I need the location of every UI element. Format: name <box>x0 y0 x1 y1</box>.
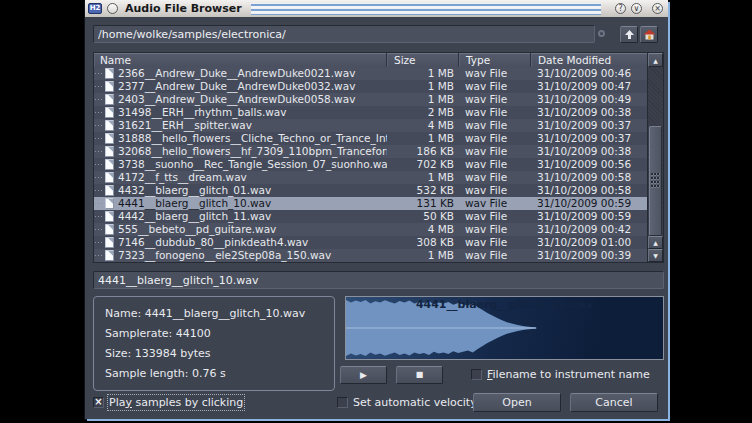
up-directory-button[interactable] <box>620 26 638 43</box>
stop-icon: ■ <box>416 371 424 379</box>
file-name: 4442__blaerg__glitch_11.wav <box>118 210 271 223</box>
file-size-cell: 1 MB <box>387 80 459 93</box>
table-row[interactable]: 4442__blaerg__glitch_11.wav 50 KB wav Fi… <box>94 210 647 223</box>
table-row[interactable]: 31498__ERH__rhythm_balls.wav 2 MB wav Fi… <box>94 106 647 119</box>
file-name-cell: 31888__hello_flowers__Cliche_Techno_or_T… <box>94 132 387 145</box>
checkbox-box[interactable] <box>337 397 348 408</box>
file-icon <box>105 185 114 196</box>
table-row[interactable]: 4441__blaerg__glitch_10.wav 131 KB wav F… <box>94 197 647 210</box>
help-button[interactable]: ? <box>615 3 626 14</box>
file-size-cell: 308 KB <box>387 236 459 249</box>
info-samplerate: Samplerate: 44100 <box>105 327 323 340</box>
file-icon <box>105 120 114 131</box>
scroll-down-button[interactable]: ▼ <box>648 249 663 262</box>
file-name-cell: 2403__Andrew_Duke__AndrewDuke0058.wav <box>94 93 387 106</box>
checkbox-box[interactable] <box>471 369 482 380</box>
cancel-button[interactable]: Cancel <box>570 393 658 412</box>
table-row[interactable]: 7146__dubdub_80__pinkdeath4.wav 308 KB w… <box>94 236 647 249</box>
file-icon <box>105 237 114 248</box>
file-size-cell: 702 KB <box>387 158 459 171</box>
table-row[interactable]: 7323__fonogeno__ele2Step08a_150.wav 1 MB… <box>94 249 647 262</box>
file-name: 7146__dubdub_80__pinkdeath4.wav <box>118 236 308 249</box>
file-date-cell: 31/10/2009 00:58 <box>531 171 647 184</box>
file-name: 31621__ERH__spitter.wav <box>118 119 252 132</box>
table-row[interactable]: 4432__blaerg__glitch_01.wav 532 KB wav F… <box>94 184 647 197</box>
file-name: 4432__blaerg__glitch_01.wav <box>118 184 271 197</box>
table-row[interactable]: 4172__f_tts__dream.wav 1 MB wav File 31/… <box>94 171 647 184</box>
file-type-cell: wav File <box>459 158 531 171</box>
file-type-cell: wav File <box>459 236 531 249</box>
titlebar[interactable]: H2 Audio File Browser ? ∨ × <box>85 0 668 17</box>
file-type-cell: wav File <box>459 223 531 236</box>
scrollbar-thumb[interactable] <box>649 126 662 236</box>
file-type-cell: wav File <box>459 93 531 106</box>
tree-branch-icon <box>94 171 105 184</box>
file-icon <box>105 133 114 144</box>
table-row[interactable]: 2377__Andrew_Duke__AndrewDuke0032.wav 1 … <box>94 80 647 93</box>
list-header: Name Size Type Date Modified <box>94 53 647 67</box>
file-icon <box>105 107 114 118</box>
file-type-cell: wav File <box>459 132 531 145</box>
column-header-date[interactable]: Date Modified <box>531 53 647 67</box>
filename-input[interactable] <box>93 271 664 289</box>
sticky-button[interactable] <box>107 3 118 14</box>
checkbox-box-checked[interactable]: × <box>93 397 104 408</box>
tree-branch-icon <box>94 223 105 236</box>
column-header-size[interactable]: Size <box>387 53 459 67</box>
open-button[interactable]: Open <box>473 393 561 412</box>
play-button[interactable]: ▶ <box>340 366 387 384</box>
tree-branch-icon <box>94 93 105 106</box>
set-automatic-velocity-checkbox[interactable]: Set automatic velocity <box>337 395 477 409</box>
table-row[interactable]: 3738__suonho__Rec_Tangle_Session_07_suon… <box>94 158 647 171</box>
file-icon <box>105 250 114 261</box>
file-list: Name Size Type Date Modified 2366__Andre… <box>93 52 664 263</box>
file-icon <box>105 224 114 235</box>
column-header-name[interactable]: Name <box>94 53 387 67</box>
file-name-cell: 555__bebeto__pd_guitare.wav <box>94 223 387 236</box>
column-header-type[interactable]: Type <box>459 53 531 67</box>
hydrogen-app-icon[interactable]: H2 <box>88 3 102 14</box>
home-icon <box>643 29 656 40</box>
shade-button[interactable]: ∨ <box>631 3 642 14</box>
file-name: 555__bebeto__pd_guitare.wav <box>118 223 276 236</box>
file-size-cell: 50 KB <box>387 210 459 223</box>
file-size-cell: 532 KB <box>387 184 459 197</box>
info-name: Name: 4441__blaerg__glitch_10.wav <box>105 307 323 320</box>
file-icon <box>105 198 114 209</box>
filename-to-instrument-checkbox[interactable]: Filename to instrument name <box>471 367 650 381</box>
table-row[interactable]: 32068__hello_flowers__hf_7309_110bpm_Tra… <box>94 145 647 158</box>
file-date-cell: 31/10/2009 00:59 <box>531 210 647 223</box>
file-date-cell: 31/10/2009 01:00 <box>531 236 647 249</box>
path-input[interactable] <box>93 25 595 43</box>
play-samples-checkbox[interactable]: × Play samples by clicking <box>93 395 243 409</box>
file-name-cell: 7146__dubdub_80__pinkdeath4.wav <box>94 236 387 249</box>
scroll-up-top-button[interactable]: ▲ <box>648 53 663 67</box>
file-size-cell: 4 MB <box>387 223 459 236</box>
tree-branch-icon <box>94 145 105 158</box>
file-date-cell: 31/10/2009 00:39 <box>531 249 647 262</box>
file-type-cell: wav File <box>459 171 531 184</box>
tree-branch-icon <box>94 236 105 249</box>
table-row[interactable]: 2366__Andrew_Duke__AndrewDuke0021.wav 1 … <box>94 67 647 80</box>
table-row[interactable]: 31621__ERH__spitter.wav 4 MB wav File 31… <box>94 119 647 132</box>
file-type-cell: wav File <box>459 249 531 262</box>
close-button[interactable]: × <box>652 3 663 14</box>
table-row[interactable]: 2403__Andrew_Duke__AndrewDuke0058.wav 1 … <box>94 93 647 106</box>
scrollbar[interactable]: ▲ ▲ ▼ <box>647 53 663 262</box>
up-arrow-icon <box>624 29 635 40</box>
file-name: 2366__Andrew_Duke__AndrewDuke0021.wav <box>118 67 355 80</box>
stop-button[interactable]: ■ <box>396 366 443 384</box>
scroll-up-button[interactable]: ▲ <box>648 236 663 249</box>
screen: H2 Audio File Browser ? ∨ × <box>0 0 752 423</box>
file-name-cell: 2377__Andrew_Duke__AndrewDuke0032.wav <box>94 80 387 93</box>
file-icon <box>105 172 114 183</box>
home-button[interactable] <box>640 26 658 43</box>
table-row[interactable]: 555__bebeto__pd_guitare.wav 4 MB wav Fil… <box>94 223 647 236</box>
scrollbar-track[interactable] <box>648 67 663 236</box>
file-type-cell: wav File <box>459 184 531 197</box>
file-type-cell: wav File <box>459 119 531 132</box>
file-name: 3738__suonho__Rec_Tangle_Session_07_suon… <box>118 158 387 171</box>
file-name-cell: 31621__ERH__spitter.wav <box>94 119 387 132</box>
table-row[interactable]: 31888__hello_flowers__Cliche_Techno_or_T… <box>94 132 647 145</box>
file-name: 32068__hello_flowers__hf_7309_110bpm_Tra… <box>118 145 387 158</box>
